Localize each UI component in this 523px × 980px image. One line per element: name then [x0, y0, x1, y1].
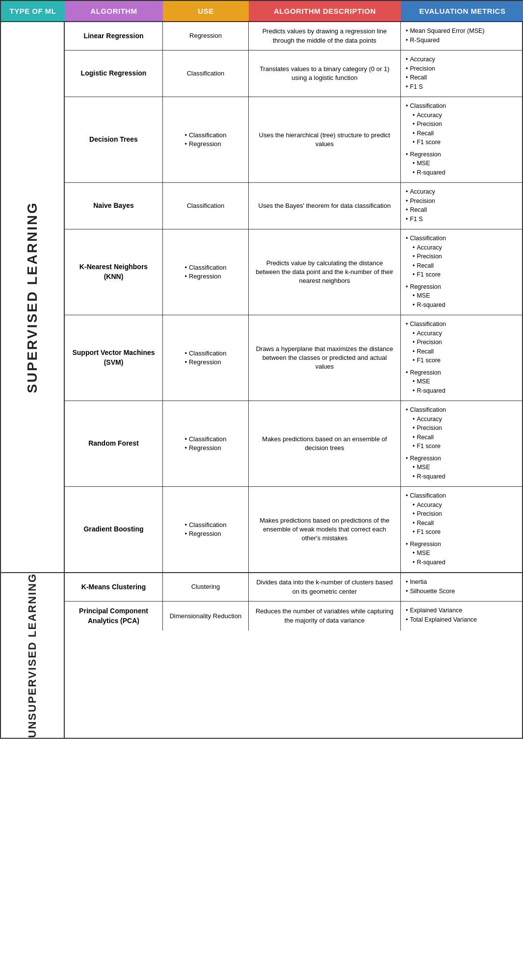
- use-cell: •Classification•Regression: [163, 487, 249, 572]
- header-type: TYPE OF ML: [1, 1, 65, 21]
- algo-cell: Naive Bayes: [65, 183, 163, 229]
- header-eval: EVALUATION METRICS: [401, 1, 523, 21]
- table-header: TYPE OF ML ALGORITHM USE ALGORITHM DESCR…: [1, 1, 522, 21]
- table-row: Principal Component Analytics (PCA)Dimen…: [65, 602, 523, 630]
- eval-item: •Precision: [413, 424, 442, 433]
- algo-cell: K-Means Clustering: [65, 573, 163, 601]
- header-use: USE: [163, 1, 249, 21]
- table-row: Support Vector Machines (SVM)•Classifica…: [65, 315, 523, 401]
- algo-cell: Random Forest: [65, 401, 163, 486]
- table-row: Linear RegressionRegressionPredicts valu…: [65, 22, 523, 50]
- use-cell: Classification: [163, 183, 249, 229]
- eval-item: •Recall: [413, 433, 434, 442]
- eval-cell: •Mean Squared Error (MSE)•R-Squared: [401, 22, 523, 50]
- eval-item: •Precision: [413, 510, 442, 519]
- eval-item: •Precision: [413, 120, 442, 129]
- desc-cell: Predicts values by drawing a regression …: [249, 22, 401, 50]
- eval-cell: •Classification•Accuracy•Precision•Recal…: [401, 229, 523, 315]
- type-cell-1: UNSUPERVISED LEARNING: [1, 573, 65, 738]
- desc-cell: Translates values to a binary category (…: [249, 50, 401, 97]
- algo-cell: Decision Trees: [65, 97, 163, 182]
- eval-item: •R-squared: [413, 301, 445, 310]
- algo-cell: Linear Regression: [65, 22, 163, 50]
- table-row: K-Means ClusteringClusteringDivides data…: [65, 573, 523, 602]
- eval-cell: •Explained Variance•Total Explained Vari…: [401, 602, 523, 630]
- table-row: Random Forest•Classification•RegressionM…: [65, 401, 523, 487]
- eval-item: •R-squared: [413, 169, 445, 177]
- eval-item: •Recall: [413, 129, 434, 138]
- table-row: Decision Trees•Classification•Regression…: [65, 97, 523, 183]
- eval-item: •Regression: [406, 369, 441, 377]
- algo-cell: Support Vector Machines (SVM): [65, 315, 163, 401]
- eval-item: •Precision: [413, 252, 442, 261]
- eval-item: •Classification: [406, 102, 446, 111]
- use-cell: Clustering: [163, 573, 249, 601]
- eval-item: •MSE: [413, 377, 430, 386]
- eval-cell: •Classification•Accuracy•Precision•Recal…: [401, 401, 523, 486]
- eval-item: •Accuracy: [406, 55, 435, 64]
- eval-item: •R-Squared: [406, 36, 440, 45]
- use-cell: •Classification•Regression: [163, 401, 249, 486]
- eval-item: •R-squared: [413, 473, 445, 481]
- eval-item: •Classification: [406, 406, 446, 415]
- desc-cell: Makes predictions based on predictions o…: [249, 487, 401, 572]
- eval-item: •MSE: [413, 159, 430, 168]
- eval-item: •Explained Variance: [406, 606, 462, 615]
- eval-cell: •Inertia•Silhouette Score: [401, 573, 523, 601]
- eval-item: •Mean Squared Error (MSE): [406, 27, 485, 36]
- eval-item: •Recall: [413, 262, 434, 271]
- eval-item: •Precision: [413, 338, 442, 347]
- eval-item: •Classification: [406, 234, 446, 243]
- ml-table: TYPE OF ML ALGORITHM USE ALGORITHM DESCR…: [0, 0, 523, 739]
- eval-item: •Recall: [406, 74, 427, 82]
- eval-item: •Regression: [406, 283, 441, 292]
- eval-cell: •Classification•Accuracy•Precision•Recal…: [401, 97, 523, 182]
- type-label-0: SUPERVISED LEARNING: [25, 201, 40, 393]
- rows-container-0: Linear RegressionRegressionPredicts valu…: [65, 22, 523, 572]
- eval-item: •Accuracy: [413, 501, 442, 510]
- rows-container-1: K-Means ClusteringClusteringDivides data…: [65, 573, 523, 738]
- table-row: Naive BayesClassificationUses the Bayes'…: [65, 183, 523, 229]
- table-row: Logistic RegressionClassificationTransla…: [65, 50, 523, 97]
- algo-cell: K-Nearest Neighbors (KNN): [65, 229, 163, 315]
- algo-cell: Principal Component Analytics (PCA): [65, 602, 163, 630]
- use-cell: •Classification•Regression: [163, 315, 249, 401]
- eval-item: •F1 S: [406, 83, 423, 92]
- algo-cell: Logistic Regression: [65, 50, 163, 97]
- eval-item: •Accuracy: [413, 329, 442, 338]
- eval-item: •MSE: [413, 463, 430, 472]
- table-body: SUPERVISED LEARNINGLinear RegressionRegr…: [1, 21, 522, 738]
- desc-cell: Makes predictions based on an ensemble o…: [249, 401, 401, 486]
- eval-item: •Precision: [406, 65, 435, 74]
- eval-item: •Recall: [413, 348, 434, 356]
- algo-cell: Gradient Boosting: [65, 487, 163, 572]
- header-algo: ALGORITHM: [65, 1, 163, 21]
- header-desc: ALGORITHM DESCRIPTION: [249, 1, 401, 21]
- eval-item: •Inertia: [406, 578, 427, 587]
- eval-item: •Classification: [406, 320, 446, 329]
- eval-item: •Accuracy: [413, 244, 442, 252]
- type-cell-0: SUPERVISED LEARNING: [1, 22, 65, 572]
- table-row: Gradient Boosting•Classification•Regress…: [65, 487, 523, 572]
- eval-item: •F1 S: [406, 215, 423, 224]
- eval-item: •Classification: [406, 492, 446, 501]
- type-label-1: UNSUPERVISED LEARNING: [26, 573, 39, 738]
- use-cell: Regression: [163, 22, 249, 50]
- eval-item: •R-squared: [413, 387, 445, 396]
- desc-cell: Uses the Bayes' theorem for data classif…: [249, 183, 401, 229]
- eval-item: •Recall: [413, 519, 434, 528]
- table-section-1: UNSUPERVISED LEARNINGK-Means ClusteringC…: [1, 572, 522, 738]
- eval-item: •F1 score: [413, 271, 441, 279]
- eval-cell: •Accuracy•Precision•Recall•F1 S: [401, 50, 523, 97]
- eval-item: •F1 score: [413, 138, 441, 147]
- eval-item: •Regression: [406, 151, 441, 159]
- eval-item: •Accuracy: [406, 188, 435, 197]
- eval-item: •R-squared: [413, 558, 445, 567]
- use-cell: •Classification•Regression: [163, 229, 249, 315]
- use-cell: •Classification•Regression: [163, 97, 249, 182]
- eval-item: •F1 score: [413, 442, 441, 451]
- eval-item: •Recall: [406, 206, 427, 215]
- eval-item: •Precision: [406, 197, 435, 206]
- eval-item: •Total Explained Variance: [406, 616, 477, 625]
- eval-item: •MSE: [413, 292, 430, 301]
